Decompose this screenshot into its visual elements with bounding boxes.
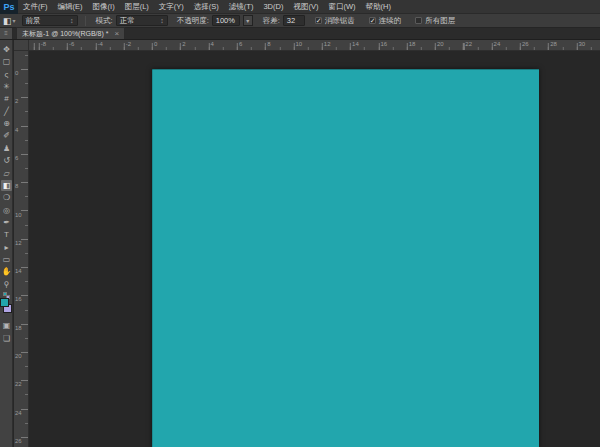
zoom-tool[interactable]: ⚲ xyxy=(1,279,12,290)
type-tool[interactable]: T xyxy=(1,229,12,240)
ruler-label: 22 xyxy=(465,41,472,47)
menu-item-4[interactable]: 文字(Y) xyxy=(154,0,189,14)
checkbox-label: 所有图层 xyxy=(425,16,455,26)
crop-tool[interactable]: # xyxy=(1,93,12,104)
select-arrows-icon: ↕ xyxy=(160,17,164,24)
horizontal-ruler[interactable]: -8-6-4-2024681012141618202224262830 xyxy=(29,40,600,51)
mode-label: 模式: xyxy=(96,16,113,26)
ruler-label: 0 xyxy=(154,41,157,47)
mode-value: 正常 xyxy=(120,16,135,26)
document-title: 未标题-1 @ 100%(RGB/8) * xyxy=(22,29,108,39)
ruler-label: 18 xyxy=(15,325,22,331)
divider xyxy=(85,16,86,26)
move-tool[interactable]: ✥ xyxy=(1,44,12,55)
ruler-label: 14 xyxy=(352,41,359,47)
checkbox-2[interactable]: 所有图层 xyxy=(415,16,455,26)
ruler-label: 22 xyxy=(15,381,22,387)
checkbox-box-icon: ✓ xyxy=(315,17,322,24)
ruler-label: -6 xyxy=(69,41,74,47)
hand-tool[interactable]: ✋ xyxy=(1,266,12,277)
quick-mask-button[interactable]: ▣ xyxy=(1,320,12,331)
menu-item-5[interactable]: 选择(S) xyxy=(189,0,224,14)
ruler-label: 12 xyxy=(15,240,22,246)
opacity-input[interactable]: 100% xyxy=(212,15,240,26)
menu-item-2[interactable]: 图像(I) xyxy=(88,0,120,14)
ruler-label: 10 xyxy=(15,212,22,218)
menu-item-10[interactable]: 帮助(H) xyxy=(361,0,396,14)
chevron-down-icon: ▾ xyxy=(246,17,249,24)
ruler-origin-corner[interactable] xyxy=(14,40,29,51)
ruler-label: 18 xyxy=(409,41,416,47)
tolerance-value: 32 xyxy=(287,16,295,25)
pen-tool[interactable]: ✒ xyxy=(1,217,12,228)
tool-preset-picker[interactable]: ◧ ▾ xyxy=(0,16,19,26)
ruler-label: -2 xyxy=(126,41,131,47)
pasteboard xyxy=(29,51,600,447)
menu-item-0[interactable]: 文件(F) xyxy=(18,0,53,14)
menu-item-9[interactable]: 窗口(W) xyxy=(323,0,360,14)
dodge-tool[interactable]: ◎ xyxy=(1,205,12,216)
document-tab[interactable]: 未标题-1 @ 100%(RGB/8) * × xyxy=(16,27,125,39)
eraser-tool[interactable]: ▱ xyxy=(1,168,12,179)
fill-source-value: 前景 xyxy=(26,16,41,26)
opacity-dropdown-button[interactable]: ▾ xyxy=(243,15,253,26)
magic-wand-tool[interactable]: ✳ xyxy=(1,81,12,92)
healing-brush-tool[interactable]: ⊕ xyxy=(1,118,12,129)
screen-mode-button[interactable]: ❏ xyxy=(1,333,12,344)
ruler-label: 28 xyxy=(550,41,557,47)
ruler-label: 8 xyxy=(15,183,18,189)
ruler-label: 16 xyxy=(380,41,387,47)
document-tab-bar: ≡ 未标题-1 @ 100%(RGB/8) * × xyxy=(0,28,600,40)
ruler-label: 20 xyxy=(15,353,22,359)
ruler-label: 2 xyxy=(15,98,18,104)
checkbox-0[interactable]: ✓消除锯齿 xyxy=(315,16,355,26)
ruler-label: 0 xyxy=(15,70,18,76)
app-logo[interactable]: Ps xyxy=(0,0,18,14)
ruler-label: 8 xyxy=(267,41,270,47)
opacity-value: 100% xyxy=(216,16,235,25)
ruler-label: 10 xyxy=(296,41,303,47)
checkbox-box-icon xyxy=(415,17,422,24)
toolbox: ✥▢ς✳#╱⊕✐♟↺▱◧❍◎✒T▸▭✋⚲▣❏ xyxy=(0,40,13,447)
tool-options-bar: ◧ ▾ 前景 ↕ 模式: 正常 ↕ 不透明度: 100% ▾ 容差: 32 ✓消… xyxy=(0,14,600,28)
fill-source-select[interactable]: 前景 ↕ xyxy=(22,15,78,26)
toolbox-dock-grip[interactable]: ≡ xyxy=(0,28,13,39)
history-brush-tool[interactable]: ↺ xyxy=(1,155,12,166)
lasso-tool[interactable]: ς xyxy=(1,69,12,80)
checkbox-label: 消除锯齿 xyxy=(325,16,355,26)
tolerance-label: 容差: xyxy=(263,16,280,26)
blur-tool[interactable]: ❍ xyxy=(1,192,12,203)
menubar-items: 文件(F)编辑(E)图像(I)图层(L)文字(Y)选择(S)滤镜(T)3D(D)… xyxy=(18,0,396,14)
ruler-label: 4 xyxy=(211,41,214,47)
marquee-tool[interactable]: ▢ xyxy=(1,56,12,67)
mode-select[interactable]: 正常 ↕ xyxy=(116,15,168,26)
tolerance-input[interactable]: 32 xyxy=(283,15,305,26)
document-canvas[interactable] xyxy=(152,69,539,447)
ruler-label: 30 xyxy=(579,41,586,47)
close-icon[interactable]: × xyxy=(114,30,119,38)
paint-bucket-tool[interactable]: ◧ xyxy=(1,180,12,191)
eyedropper-tool[interactable]: ╱ xyxy=(1,106,12,117)
shape-tool[interactable]: ▭ xyxy=(1,254,12,265)
default-colors-icon[interactable] xyxy=(3,292,7,296)
brush-tool[interactable]: ✐ xyxy=(1,130,12,141)
options-checkboxes: ✓消除锯齿✓连续的所有图层 xyxy=(308,16,463,26)
opacity-label: 不透明度: xyxy=(177,16,209,26)
ruler-label: 14 xyxy=(15,268,22,274)
path-selection-tool[interactable]: ▸ xyxy=(1,242,12,253)
checkbox-1[interactable]: ✓连续的 xyxy=(369,16,402,26)
menu-item-8[interactable]: 视图(V) xyxy=(288,0,323,14)
clone-stamp-tool[interactable]: ♟ xyxy=(1,143,12,154)
foreground-color-swatch[interactable] xyxy=(0,298,9,307)
ruler-label: -4 xyxy=(97,41,102,47)
ruler-label: 26 xyxy=(15,438,22,444)
checkbox-box-icon: ✓ xyxy=(369,17,376,24)
vertical-ruler[interactable]: 02468101214161820222426 xyxy=(14,51,29,447)
menu-item-3[interactable]: 图层(L) xyxy=(120,0,154,14)
select-arrows-icon: ↕ xyxy=(70,17,74,24)
ruler-label: 20 xyxy=(437,41,444,47)
menu-item-1[interactable]: 编辑(E) xyxy=(53,0,88,14)
ruler-label: 26 xyxy=(522,41,529,47)
menu-item-7[interactable]: 3D(D) xyxy=(258,0,288,14)
menu-item-6[interactable]: 滤镜(T) xyxy=(224,0,259,14)
